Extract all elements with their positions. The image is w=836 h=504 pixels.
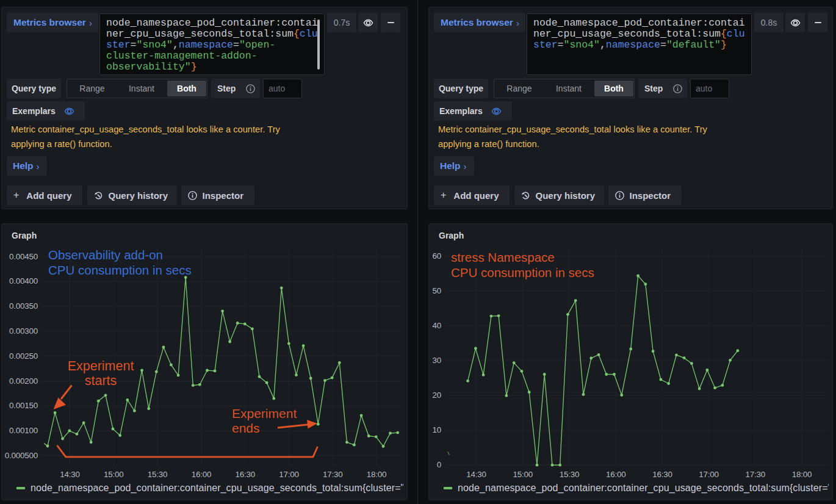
svg-text:60: 60	[433, 251, 442, 261]
svg-text:20: 20	[433, 391, 442, 400]
svg-text:0.00250: 0.00250	[9, 351, 38, 361]
svg-text:30: 30	[433, 356, 442, 365]
svg-text:0.000500: 0.000500	[5, 451, 38, 460]
svg-text:17:30: 17:30	[323, 470, 343, 479]
svg-text:16:00: 16:00	[606, 470, 626, 479]
svg-text:0.00150: 0.00150	[9, 401, 38, 410]
svg-text:18:00: 18:00	[792, 470, 812, 479]
svg-text:0.00450: 0.00450	[9, 252, 38, 261]
svg-text:14:30: 14:30	[466, 470, 486, 479]
svg-text:15:30: 15:30	[560, 470, 580, 479]
svg-text:17:00: 17:00	[699, 470, 719, 479]
svg-text:10: 10	[433, 425, 442, 434]
svg-text:0.00350: 0.00350	[9, 301, 38, 311]
svg-text:15:30: 15:30	[148, 470, 168, 479]
svg-text:50: 50	[433, 286, 442, 295]
svg-text:0: 0	[437, 460, 441, 469]
svg-text:18:00: 18:00	[367, 470, 387, 479]
svg-text:16:30: 16:30	[235, 470, 255, 479]
svg-text:15:00: 15:00	[104, 470, 124, 479]
svg-text:0.00400: 0.00400	[9, 276, 38, 286]
svg-text:16:00: 16:00	[192, 470, 212, 479]
svg-text:0.00300: 0.00300	[9, 326, 38, 336]
svg-text:0.00100: 0.00100	[9, 426, 38, 435]
svg-text:40: 40	[433, 321, 442, 330]
svg-text:17:30: 17:30	[746, 470, 766, 479]
svg-text:17:00: 17:00	[279, 470, 299, 479]
svg-text:14:30: 14:30	[60, 470, 80, 479]
svg-text:15:00: 15:00	[513, 470, 533, 479]
svg-text:0.00200: 0.00200	[9, 376, 38, 386]
svg-text:16:30: 16:30	[652, 470, 672, 479]
